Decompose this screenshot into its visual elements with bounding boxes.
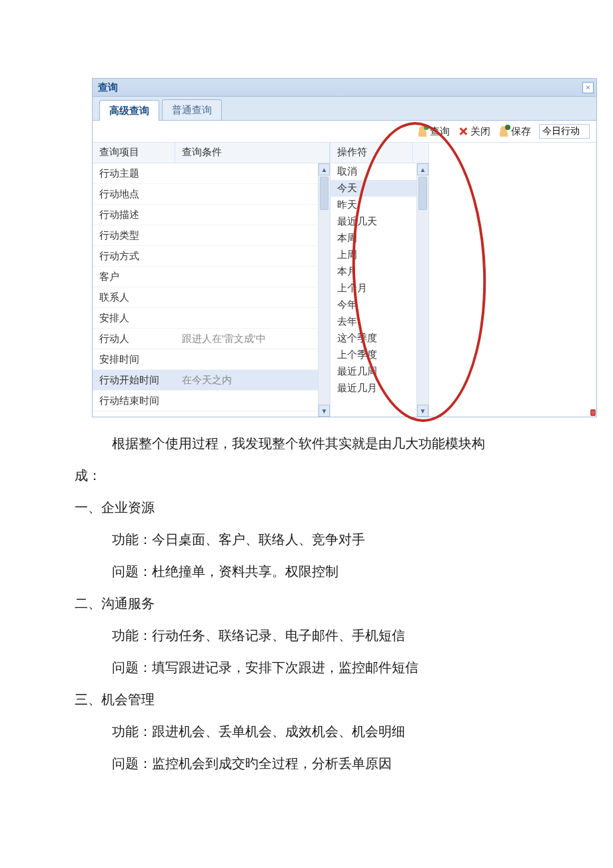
intro-line1: 根据整个使用过程，我发现整个软件其实就是由几大功能模块构 xyxy=(75,433,534,453)
toolbar: 查询 关闭 保存 xyxy=(93,121,596,143)
operator-option[interactable]: 今年 xyxy=(330,297,428,313)
person-search-icon xyxy=(417,126,428,137)
operator-option[interactable]: 这个季度 xyxy=(330,330,428,347)
query-item-condition: 跟进人在'雷文成'中 xyxy=(175,333,330,345)
query-item-condition: 在今天之内 xyxy=(175,374,330,387)
intro-line2: 成： xyxy=(75,465,534,485)
left-scrollbar[interactable]: ▲ ▼ xyxy=(318,163,330,417)
scroll-down-icon[interactable]: ▼ xyxy=(417,405,428,417)
query-item-label: 行动开始时间 xyxy=(93,374,175,387)
tab-basic-query[interactable]: 普通查询 xyxy=(162,99,222,120)
operator-option[interactable]: 本周 xyxy=(330,230,428,247)
close-button[interactable]: 关闭 xyxy=(458,125,490,138)
operator-list: 取消今天昨天最近几天本周上周本月上个月今年去年这个季度上个季度最近几周最近几月 … xyxy=(330,163,428,417)
query-item-row[interactable]: 安排人 xyxy=(93,308,330,329)
query-item-row[interactable]: 行动描述 xyxy=(93,205,330,225)
window-title: 查询 xyxy=(98,81,118,94)
mid-column: 操作符 取消今天昨天最近几天本周上周本月上个月今年去年这个季度上个季度最近几周最… xyxy=(330,143,429,417)
operator-option[interactable]: 最近几月 xyxy=(330,380,428,397)
query-button[interactable]: 查询 xyxy=(417,125,450,138)
section-2-title: 二、沟通服务 xyxy=(75,593,534,613)
operator-option[interactable]: 上个季度 xyxy=(330,347,428,363)
query-item-label: 行动类型 xyxy=(93,229,175,242)
query-item-label: 行动主题 xyxy=(93,167,175,180)
corner-badge-icon xyxy=(590,409,596,416)
operator-option[interactable]: 取消 xyxy=(330,163,428,180)
query-item-row[interactable]: 行动开始时间在今天之内 xyxy=(93,370,330,391)
query-item-row[interactable]: 安排时间 xyxy=(93,349,330,370)
body-area: 查询项目 查询条件 行动主题行动地点行动描述行动类型行动方式客户联系人安排人行动… xyxy=(93,143,596,417)
right-column xyxy=(429,143,596,417)
header-query-condition: 查询条件 xyxy=(175,143,330,163)
section-3-prob: 问题：监控机会到成交旳全过程，分析丢单原因 xyxy=(75,753,534,773)
query-item-label: 行动方式 xyxy=(93,250,175,263)
query-item-label: 行动人 xyxy=(93,333,175,345)
query-item-row[interactable]: 行动人跟进人在'雷文成'中 xyxy=(93,329,330,349)
left-header-row: 查询项目 查询条件 xyxy=(93,143,330,163)
save-button[interactable]: 保存 xyxy=(498,125,531,138)
section-1-title: 一、企业资源 xyxy=(75,497,534,517)
left-column: 查询项目 查询条件 行动主题行动地点行动描述行动类型行动方式客户联系人安排人行动… xyxy=(93,143,330,417)
mid-header-row: 操作符 xyxy=(330,143,428,163)
save-name-input[interactable] xyxy=(539,124,590,139)
x-icon xyxy=(458,126,468,137)
section-2-prob: 问题：填写跟进记录，安排下次跟进，监控邮件短信 xyxy=(75,657,534,677)
mid-scrollbar[interactable]: ▲ ▼ xyxy=(416,163,428,417)
section-3-func: 功能：跟进机会、丢单机会、成效机会、机会明细 xyxy=(75,721,534,741)
save-label: 保存 xyxy=(511,125,531,138)
tab-advanced-query[interactable]: 高级查询 xyxy=(99,100,159,121)
header-query-item: 查询项目 xyxy=(93,143,175,163)
section-1-prob: 问题：杜绝撞单，资料共享。权限控制 xyxy=(75,561,534,581)
query-item-row[interactable]: 行动主题 xyxy=(93,163,330,184)
query-item-label: 行动结束时间 xyxy=(93,395,175,407)
operator-option[interactable]: 本月 xyxy=(330,263,428,280)
query-item-label: 客户 xyxy=(93,271,175,283)
scroll-thumb[interactable] xyxy=(320,177,328,210)
section-2-func: 功能：行动任务、联络记录、电子邮件、手机短信 xyxy=(75,625,534,645)
section-3-title: 三、机会管理 xyxy=(75,689,534,709)
query-item-row[interactable]: 行动类型 xyxy=(93,225,330,246)
section-1-func: 功能：今日桌面、客户、联络人、竞争对手 xyxy=(75,529,534,549)
query-item-label: 联系人 xyxy=(93,291,175,304)
left-list: 行动主题行动地点行动描述行动类型行动方式客户联系人安排人行动人跟进人在'雷文成'… xyxy=(93,163,330,417)
operator-option[interactable]: 最近几周 xyxy=(330,363,428,380)
scroll-thumb[interactable] xyxy=(418,177,427,210)
query-window: 查询 × 高级查询普通查询 查询 关闭 保存 查询项目 查询条件 行动主题行动地… xyxy=(92,78,597,417)
query-item-row[interactable]: 联系人 xyxy=(93,287,330,308)
document-body: 根据整个使用过程，我发现整个软件其实就是由几大功能模块构 成： 一、企业资源 功… xyxy=(75,433,534,785)
query-item-label: 安排时间 xyxy=(93,353,175,366)
query-item-label: 行动地点 xyxy=(93,188,175,201)
close-icon[interactable]: × xyxy=(582,82,594,93)
operator-option[interactable]: 去年 xyxy=(330,313,428,330)
query-item-row[interactable]: 行动方式 xyxy=(93,246,330,267)
query-label: 查询 xyxy=(430,125,450,138)
operator-option[interactable]: 上周 xyxy=(330,247,428,263)
query-item-label: 安排人 xyxy=(93,312,175,325)
query-item-row[interactable]: 行动地点 xyxy=(93,184,330,205)
operator-option[interactable]: 昨天 xyxy=(330,197,428,213)
header-operator: 操作符 xyxy=(330,143,413,163)
scroll-up-icon[interactable]: ▲ xyxy=(417,163,428,175)
operator-option[interactable]: 最近几天 xyxy=(330,213,428,230)
close-label: 关闭 xyxy=(470,125,490,138)
operator-option[interactable]: 上个月 xyxy=(330,280,428,297)
query-item-row[interactable]: 客户 xyxy=(93,267,330,287)
person-save-icon xyxy=(498,126,509,137)
title-bar: 查询 × xyxy=(93,79,596,97)
scroll-down-icon[interactable]: ▼ xyxy=(318,405,330,417)
operator-option[interactable]: 今天 xyxy=(330,180,428,197)
tab-row: 高级查询普通查询 xyxy=(93,97,596,121)
query-item-label: 行动描述 xyxy=(93,209,175,221)
scroll-up-icon[interactable]: ▲ xyxy=(318,163,330,175)
query-item-row[interactable]: 行动结束时间 xyxy=(93,391,330,411)
